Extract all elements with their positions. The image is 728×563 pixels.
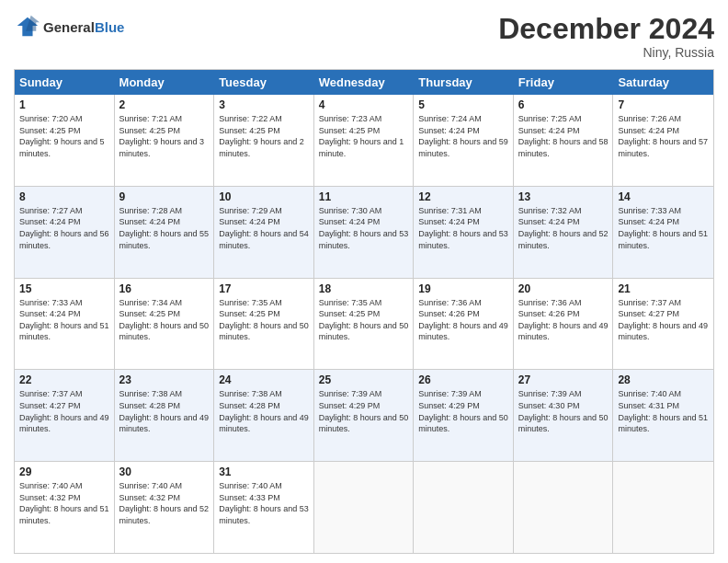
calendar-cell: 10Sunrise: 7:29 AMSunset: 4:24 PMDayligh…	[214, 187, 314, 278]
calendar-cell: 29Sunrise: 7:40 AMSunset: 4:32 PMDayligh…	[15, 462, 115, 553]
day-number: 31	[219, 465, 309, 478]
day-number: 12	[418, 190, 508, 203]
day-info: Sunrise: 7:37 AMSunset: 4:27 PMDaylight:…	[19, 388, 109, 434]
header-sunday: Sunday	[15, 70, 115, 95]
day-info: Sunrise: 7:23 AMSunset: 4:25 PMDaylight:…	[319, 113, 409, 159]
calendar-cell: 25Sunrise: 7:39 AMSunset: 4:29 PMDayligh…	[314, 370, 415, 461]
day-number: 23	[119, 373, 210, 386]
calendar-cell: 5Sunrise: 7:24 AMSunset: 4:24 PMDaylight…	[414, 95, 514, 186]
logo: GeneralBlue	[14, 14, 124, 40]
day-number: 1	[19, 98, 109, 111]
calendar-row-2: 8Sunrise: 7:27 AMSunset: 4:24 PMDaylight…	[15, 186, 713, 278]
day-info: Sunrise: 7:26 AMSunset: 4:24 PMDaylight:…	[618, 113, 709, 159]
day-number: 29	[19, 465, 109, 478]
calendar-row-3: 15Sunrise: 7:33 AMSunset: 4:24 PMDayligh…	[15, 278, 713, 370]
day-number: 4	[319, 98, 409, 111]
page-header: GeneralBlue December 2024 Niny, Russia	[14, 14, 714, 60]
day-info: Sunrise: 7:31 AMSunset: 4:24 PMDaylight:…	[418, 205, 508, 251]
day-info: Sunrise: 7:39 AMSunset: 4:29 PMDaylight:…	[418, 388, 508, 434]
calendar-cell: 30Sunrise: 7:40 AMSunset: 4:32 PMDayligh…	[115, 462, 215, 553]
day-number: 11	[319, 190, 409, 203]
calendar-cell: 3Sunrise: 7:22 AMSunset: 4:25 PMDaylight…	[214, 95, 314, 186]
day-info: Sunrise: 7:40 AMSunset: 4:32 PMDaylight:…	[19, 480, 109, 526]
calendar: SundayMondayTuesdayWednesdayThursdayFrid…	[14, 69, 714, 554]
calendar-cell: 20Sunrise: 7:36 AMSunset: 4:26 PMDayligh…	[514, 279, 614, 370]
logo-text: GeneralBlue	[43, 19, 124, 35]
calendar-cell: 4Sunrise: 7:23 AMSunset: 4:25 PMDaylight…	[314, 95, 415, 186]
day-info: Sunrise: 7:20 AMSunset: 4:25 PMDaylight:…	[19, 113, 109, 159]
calendar-cell: 9Sunrise: 7:28 AMSunset: 4:24 PMDaylight…	[115, 187, 215, 278]
calendar-cell: 1Sunrise: 7:20 AMSunset: 4:25 PMDaylight…	[15, 95, 115, 186]
day-number: 28	[618, 373, 709, 386]
day-info: Sunrise: 7:40 AMSunset: 4:31 PMDaylight:…	[618, 388, 709, 434]
calendar-cell	[514, 462, 614, 553]
day-number: 18	[319, 282, 409, 295]
day-number: 27	[518, 373, 609, 386]
calendar-cell: 28Sunrise: 7:40 AMSunset: 4:31 PMDayligh…	[613, 370, 713, 461]
calendar-header: SundayMondayTuesdayWednesdayThursdayFrid…	[15, 70, 713, 95]
day-number: 17	[219, 282, 309, 295]
day-info: Sunrise: 7:40 AMSunset: 4:32 PMDaylight:…	[119, 480, 210, 526]
logo-icon	[14, 14, 40, 40]
day-info: Sunrise: 7:38 AMSunset: 4:28 PMDaylight:…	[119, 388, 210, 434]
day-info: Sunrise: 7:39 AMSunset: 4:30 PMDaylight:…	[518, 388, 609, 434]
calendar-cell	[314, 462, 415, 553]
calendar-cell: 23Sunrise: 7:38 AMSunset: 4:28 PMDayligh…	[115, 370, 215, 461]
day-info: Sunrise: 7:32 AMSunset: 4:24 PMDaylight:…	[518, 205, 609, 251]
day-number: 24	[219, 373, 309, 386]
day-info: Sunrise: 7:36 AMSunset: 4:26 PMDaylight:…	[518, 297, 609, 343]
calendar-cell	[414, 462, 514, 553]
day-number: 26	[418, 373, 508, 386]
calendar-cell: 31Sunrise: 7:40 AMSunset: 4:33 PMDayligh…	[214, 462, 314, 553]
month-title: December 2024	[498, 14, 714, 43]
day-number: 8	[19, 190, 109, 203]
day-info: Sunrise: 7:27 AMSunset: 4:24 PMDaylight:…	[19, 205, 109, 251]
day-info: Sunrise: 7:35 AMSunset: 4:25 PMDaylight:…	[319, 297, 409, 343]
day-info: Sunrise: 7:35 AMSunset: 4:25 PMDaylight:…	[219, 297, 309, 343]
location: Niny, Russia	[498, 45, 714, 60]
calendar-cell: 14Sunrise: 7:33 AMSunset: 4:24 PMDayligh…	[613, 187, 713, 278]
day-number: 25	[319, 373, 409, 386]
header-friday: Friday	[514, 70, 614, 95]
day-info: Sunrise: 7:34 AMSunset: 4:25 PMDaylight:…	[119, 297, 210, 343]
header-saturday: Saturday	[613, 70, 713, 95]
day-info: Sunrise: 7:30 AMSunset: 4:24 PMDaylight:…	[319, 205, 409, 251]
calendar-cell: 21Sunrise: 7:37 AMSunset: 4:27 PMDayligh…	[613, 279, 713, 370]
calendar-cell: 15Sunrise: 7:33 AMSunset: 4:24 PMDayligh…	[15, 279, 115, 370]
day-info: Sunrise: 7:36 AMSunset: 4:26 PMDaylight:…	[418, 297, 508, 343]
calendar-cell: 17Sunrise: 7:35 AMSunset: 4:25 PMDayligh…	[214, 279, 314, 370]
calendar-page: GeneralBlue December 2024 Niny, Russia S…	[0, 0, 728, 563]
day-number: 22	[19, 373, 109, 386]
day-number: 2	[119, 98, 210, 111]
day-number: 13	[518, 190, 609, 203]
header-monday: Monday	[115, 70, 215, 95]
calendar-body: 1Sunrise: 7:20 AMSunset: 4:25 PMDaylight…	[15, 95, 713, 553]
day-number: 21	[618, 282, 709, 295]
title-block: December 2024 Niny, Russia	[498, 14, 714, 60]
day-number: 9	[119, 190, 210, 203]
calendar-cell: 26Sunrise: 7:39 AMSunset: 4:29 PMDayligh…	[414, 370, 514, 461]
calendar-cell: 16Sunrise: 7:34 AMSunset: 4:25 PMDayligh…	[115, 279, 215, 370]
day-number: 3	[219, 98, 309, 111]
day-info: Sunrise: 7:33 AMSunset: 4:24 PMDaylight:…	[19, 297, 109, 343]
day-number: 7	[618, 98, 709, 111]
calendar-cell: 6Sunrise: 7:25 AMSunset: 4:24 PMDaylight…	[514, 95, 614, 186]
day-number: 30	[119, 465, 210, 478]
calendar-row-5: 29Sunrise: 7:40 AMSunset: 4:32 PMDayligh…	[15, 461, 713, 553]
calendar-cell: 27Sunrise: 7:39 AMSunset: 4:30 PMDayligh…	[514, 370, 614, 461]
calendar-cell: 13Sunrise: 7:32 AMSunset: 4:24 PMDayligh…	[514, 187, 614, 278]
calendar-cell: 22Sunrise: 7:37 AMSunset: 4:27 PMDayligh…	[15, 370, 115, 461]
calendar-row-4: 22Sunrise: 7:37 AMSunset: 4:27 PMDayligh…	[15, 369, 713, 461]
day-info: Sunrise: 7:40 AMSunset: 4:33 PMDaylight:…	[219, 480, 309, 526]
calendar-row-1: 1Sunrise: 7:20 AMSunset: 4:25 PMDaylight…	[15, 95, 713, 186]
calendar-cell: 8Sunrise: 7:27 AMSunset: 4:24 PMDaylight…	[15, 187, 115, 278]
calendar-cell	[613, 462, 713, 553]
header-wednesday: Wednesday	[314, 70, 415, 95]
day-info: Sunrise: 7:29 AMSunset: 4:24 PMDaylight:…	[219, 205, 309, 251]
day-info: Sunrise: 7:25 AMSunset: 4:24 PMDaylight:…	[518, 113, 609, 159]
day-number: 14	[618, 190, 709, 203]
day-info: Sunrise: 7:28 AMSunset: 4:24 PMDaylight:…	[119, 205, 210, 251]
day-info: Sunrise: 7:37 AMSunset: 4:27 PMDaylight:…	[618, 297, 709, 343]
calendar-cell: 12Sunrise: 7:31 AMSunset: 4:24 PMDayligh…	[414, 187, 514, 278]
day-info: Sunrise: 7:33 AMSunset: 4:24 PMDaylight:…	[618, 205, 709, 251]
